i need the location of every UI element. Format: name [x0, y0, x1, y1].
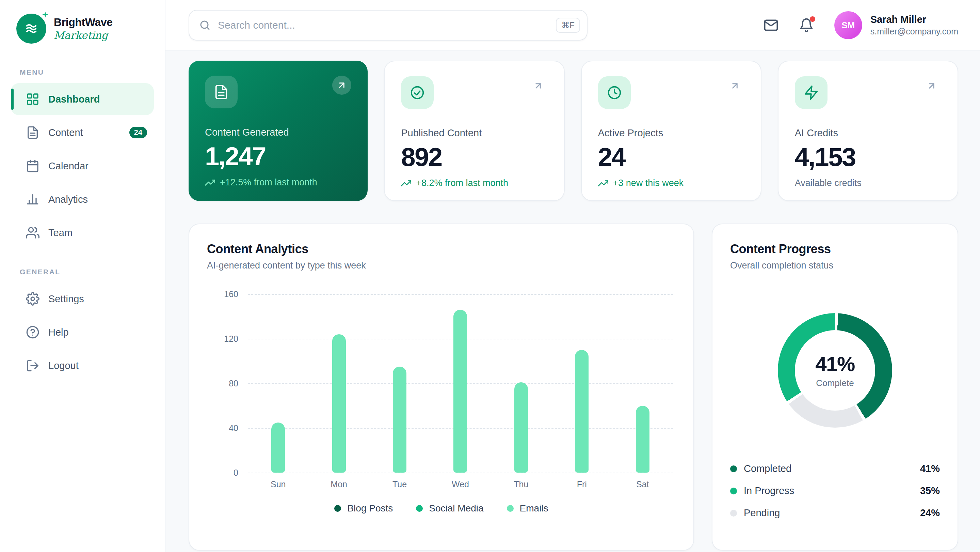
stat-card-content-generated[interactable]: Content Generated 1,247 +12.5% from last… [189, 61, 368, 201]
progress-legend-label: In Progress [744, 485, 794, 496]
sidebar-item-help[interactable]: Help [11, 316, 154, 348]
open-stat-button[interactable] [332, 76, 351, 95]
active-accent-bar [11, 89, 14, 110]
search-bar[interactable]: ⌘F [189, 10, 587, 41]
bar-wed[interactable] [453, 310, 467, 472]
topbar-actions: SM Sarah Miller s.miller@company.com [764, 11, 958, 39]
progress-legend-row: In Progress 35% [730, 480, 940, 502]
y-tick-label: 80 [229, 378, 238, 388]
bar-thu[interactable] [514, 382, 528, 472]
notification-dot [810, 16, 815, 22]
progress-legend-label: Completed [744, 463, 791, 474]
stat-card-published-content[interactable]: Published Content 892 +8.2% from last mo… [384, 61, 565, 201]
waves-icon [22, 20, 40, 37]
mail-button[interactable] [764, 18, 778, 33]
gridline [248, 472, 673, 473]
grid-icon [26, 93, 40, 106]
legend-item-emails: Emails [507, 503, 548, 514]
progress-legend-value: 24% [920, 507, 940, 518]
bar-tue[interactable] [393, 367, 406, 472]
search-icon [199, 19, 211, 31]
x-tick-label: Thu [491, 479, 552, 489]
sidebar-item-logout[interactable]: Logout [11, 349, 154, 381]
stat-title: Published Content [401, 128, 547, 139]
stat-trend: +8.2% from last month [401, 178, 547, 188]
progress-legend-dot [730, 466, 737, 472]
clock-icon [598, 76, 631, 109]
bar-chart-icon [26, 193, 40, 206]
logout-icon [26, 359, 40, 372]
open-stat-button[interactable] [922, 76, 941, 96]
arrow-up-right-icon [927, 81, 937, 91]
progress-legend-value: 41% [920, 463, 940, 474]
bar-sun[interactable] [271, 423, 285, 472]
search-input[interactable] [218, 19, 549, 31]
calendar-icon [26, 159, 40, 173]
bar-series [248, 294, 673, 472]
content-count-badge: 24 [129, 127, 147, 138]
user-menu[interactable]: SM Sarah Miller s.miller@company.com [834, 11, 958, 39]
stat-trend: +12.5% from last month [205, 177, 351, 188]
analytics-card-subtitle: AI-generated content by type this week [207, 260, 676, 271]
stat-card-top [598, 76, 745, 109]
arrow-up-right-icon [337, 80, 347, 90]
sidebar-item-dashboard[interactable]: Dashboard [11, 83, 154, 115]
arrow-up-right-icon [533, 81, 543, 91]
stat-value: 4,153 [795, 142, 941, 172]
open-stat-button[interactable] [725, 76, 745, 96]
notifications-button[interactable] [799, 18, 814, 33]
dashboard-content: Content Generated 1,247 +12.5% from last… [165, 51, 980, 552]
stat-title: Active Projects [598, 128, 745, 139]
analytics-card-title: Content Analytics [207, 242, 676, 256]
stat-trend-text: +3 new this week [613, 178, 684, 188]
chart-legend: Blog PostsSocial MediaEmails [207, 503, 676, 514]
x-tick-label: Tue [369, 479, 430, 489]
sidebar-item-calendar[interactable]: Calendar [11, 150, 154, 182]
progress-legend-row: Pending 24% [730, 502, 940, 524]
bar-fri[interactable] [575, 350, 589, 472]
x-tick-label: Wed [430, 479, 490, 489]
stat-title: Content Generated [205, 127, 351, 138]
open-stat-button[interactable] [529, 76, 548, 96]
content-progress-card: Content Progress Overall completion stat… [712, 223, 958, 550]
stat-card-ai-credits[interactable]: AI Credits 4,153 Available credits [778, 61, 958, 201]
avatar[interactable]: SM [834, 11, 862, 39]
x-tick-label: Sat [612, 479, 673, 489]
zap-icon [795, 76, 827, 109]
stat-card-top [795, 76, 941, 109]
sidebar-item-label: Settings [48, 294, 84, 305]
brand-tagline: Marketing [54, 29, 113, 41]
progress-legend-label: Pending [744, 507, 780, 518]
donut-center-label: Complete [816, 378, 854, 388]
sidebar-item-settings[interactable]: Settings [11, 283, 154, 315]
progress-legend-dot [730, 510, 737, 517]
sidebar-item-team[interactable]: Team [11, 217, 154, 249]
main-area: ⌘F SM Sarah Miller s.miller@company.com [165, 0, 980, 552]
sidebar-item-label: Calendar [48, 161, 89, 172]
y-tick-label: 120 [224, 334, 238, 344]
main-nav: Dashboard Content 24 Calendar Analytics [11, 83, 154, 249]
bar-mon[interactable] [332, 334, 346, 472]
sidebar-item-content[interactable]: Content 24 [11, 116, 154, 148]
progress-legend-value: 35% [920, 485, 940, 496]
stat-cards-row: Content Generated 1,247 +12.5% from last… [189, 61, 958, 201]
y-tick-label: 160 [224, 289, 238, 299]
brightwave-logo [16, 14, 46, 44]
stat-title: AI Credits [795, 128, 941, 139]
bar-sat[interactable] [636, 406, 649, 473]
general-section-label: GENERAL [11, 268, 154, 276]
legend-label: Blog Posts [347, 503, 393, 514]
search-shortcut-badge: ⌘F [556, 18, 580, 33]
stat-trend: +3 new this week [598, 178, 745, 188]
stat-card-active-projects[interactable]: Active Projects 24 +3 new this week [581, 61, 762, 201]
users-icon [26, 226, 40, 239]
stat-value: 892 [401, 142, 547, 172]
sidebar-item-analytics[interactable]: Analytics [11, 183, 154, 215]
stat-trend-text: Available credits [795, 178, 862, 188]
progress-legend: Completed 41% In Progress 35% Pending 24… [730, 458, 940, 524]
sidebar-item-label: Help [48, 327, 69, 338]
stat-trend-text: +8.2% from last month [416, 178, 508, 188]
y-tick-label: 40 [229, 423, 238, 433]
check-circle-icon [401, 76, 434, 109]
trending-up-icon [598, 178, 608, 188]
